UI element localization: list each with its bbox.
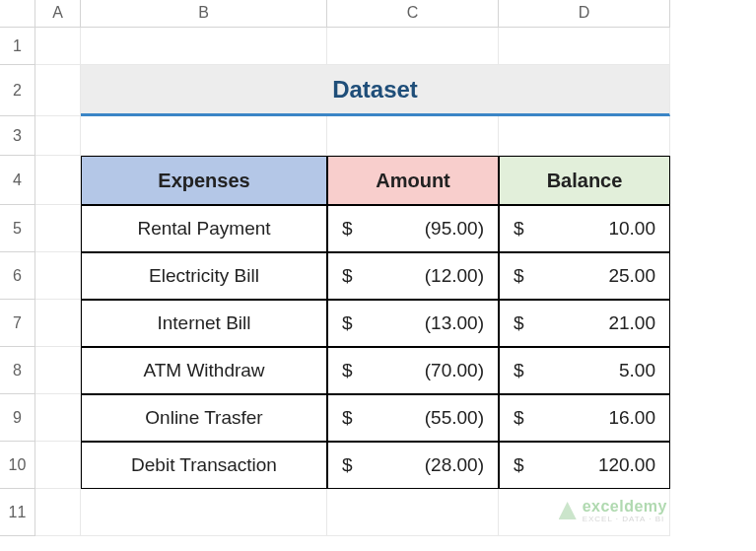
cell-D1[interactable] xyxy=(499,28,670,65)
watermark-brand: exceldemy xyxy=(583,498,667,515)
col-header-D[interactable]: D xyxy=(499,0,670,28)
row-header-8[interactable]: 8 xyxy=(0,347,35,394)
spreadsheet: A B C D 1 2 Dataset 3 4 Expenses Amount … xyxy=(0,0,756,536)
currency-symbol: $ xyxy=(342,360,353,381)
currency-symbol: $ xyxy=(514,407,524,429)
cell-A1[interactable] xyxy=(35,28,81,65)
balance-4[interactable]: $16.00 xyxy=(499,394,670,442)
balance-2[interactable]: $21.00 xyxy=(499,300,670,347)
cell-A7[interactable] xyxy=(35,300,81,347)
amount-4[interactable]: $(55.00) xyxy=(327,394,499,442)
cell-A9[interactable] xyxy=(35,394,81,442)
cell-C11[interactable] xyxy=(327,489,499,536)
cell-A2[interactable] xyxy=(35,65,81,116)
balance-value: 120.00 xyxy=(598,454,655,476)
balance-value: 25.00 xyxy=(608,265,655,287)
header-balance[interactable]: Balance xyxy=(499,156,670,205)
amount-value: (70.00) xyxy=(425,360,484,381)
cell-A11[interactable] xyxy=(35,489,81,536)
expense-2[interactable]: Internet Bill xyxy=(81,300,327,347)
amount-3[interactable]: $(70.00) xyxy=(327,347,499,394)
dataset-title[interactable]: Dataset xyxy=(81,65,670,116)
amount-value: (28.00) xyxy=(425,454,484,476)
amount-value: (13.00) xyxy=(425,312,484,334)
balance-value: 16.00 xyxy=(608,407,655,429)
row-header-6[interactable]: 6 xyxy=(0,252,35,300)
corner-cell[interactable] xyxy=(0,0,35,28)
cell-D3[interactable] xyxy=(499,116,670,156)
balance-value: 21.00 xyxy=(608,312,655,334)
currency-symbol: $ xyxy=(514,454,524,476)
cell-A6[interactable] xyxy=(35,252,81,300)
balance-5[interactable]: $120.00 xyxy=(499,442,670,489)
amount-value: (12.00) xyxy=(425,265,484,287)
amount-value: (55.00) xyxy=(425,407,484,429)
amount-value: (95.00) xyxy=(425,218,484,240)
currency-symbol: $ xyxy=(514,360,524,381)
cell-A10[interactable] xyxy=(35,442,81,489)
balance-0[interactable]: $10.00 xyxy=(499,205,670,252)
cell-A3[interactable] xyxy=(35,116,81,156)
row-header-2[interactable]: 2 xyxy=(0,65,35,116)
row-header-10[interactable]: 10 xyxy=(0,442,35,489)
cell-B3[interactable] xyxy=(81,116,327,156)
currency-symbol: $ xyxy=(342,312,353,334)
cell-A8[interactable] xyxy=(35,347,81,394)
amount-0[interactable]: $(95.00) xyxy=(327,205,499,252)
cell-A4[interactable] xyxy=(35,156,81,205)
row-header-4[interactable]: 4 xyxy=(0,156,35,205)
currency-symbol: $ xyxy=(342,265,353,287)
balance-3[interactable]: $5.00 xyxy=(499,347,670,394)
currency-symbol: $ xyxy=(342,218,353,240)
cell-B11[interactable] xyxy=(81,489,327,536)
amount-1[interactable]: $(12.00) xyxy=(327,252,499,300)
row-header-1[interactable]: 1 xyxy=(0,28,35,65)
balance-value: 5.00 xyxy=(619,360,655,381)
expense-0[interactable]: Rental Payment xyxy=(81,205,327,252)
header-expenses[interactable]: Expenses xyxy=(81,156,327,205)
row-header-9[interactable]: 9 xyxy=(0,394,35,442)
col-header-A[interactable]: A xyxy=(35,0,81,28)
expense-1[interactable]: Electricity Bill xyxy=(81,252,327,300)
balance-1[interactable]: $25.00 xyxy=(499,252,670,300)
row-header-5[interactable]: 5 xyxy=(0,205,35,252)
cell-C3[interactable] xyxy=(327,116,499,156)
currency-symbol: $ xyxy=(514,218,524,240)
cell-A5[interactable] xyxy=(35,205,81,252)
currency-symbol: $ xyxy=(342,454,353,476)
watermark: exceldemy EXCEL · DATA · BI xyxy=(559,498,667,523)
currency-symbol: $ xyxy=(514,312,524,334)
header-amount[interactable]: Amount xyxy=(327,156,499,205)
cell-C1[interactable] xyxy=(327,28,499,65)
amount-2[interactable]: $(13.00) xyxy=(327,300,499,347)
currency-symbol: $ xyxy=(342,407,353,429)
balance-value: 10.00 xyxy=(608,218,655,240)
col-header-C[interactable]: C xyxy=(327,0,499,28)
watermark-tagline: EXCEL · DATA · BI xyxy=(583,516,667,523)
row-header-3[interactable]: 3 xyxy=(0,116,35,156)
expense-4[interactable]: Online Trasfer xyxy=(81,394,327,442)
col-header-B[interactable]: B xyxy=(81,0,327,28)
expense-3[interactable]: ATM Withdraw xyxy=(81,347,327,394)
cell-B1[interactable] xyxy=(81,28,327,65)
watermark-logo-icon xyxy=(559,502,577,519)
row-header-11[interactable]: 11 xyxy=(0,489,35,536)
expense-5[interactable]: Debit Transaction xyxy=(81,442,327,489)
amount-5[interactable]: $(28.00) xyxy=(327,442,499,489)
currency-symbol: $ xyxy=(514,265,524,287)
row-header-7[interactable]: 7 xyxy=(0,300,35,347)
